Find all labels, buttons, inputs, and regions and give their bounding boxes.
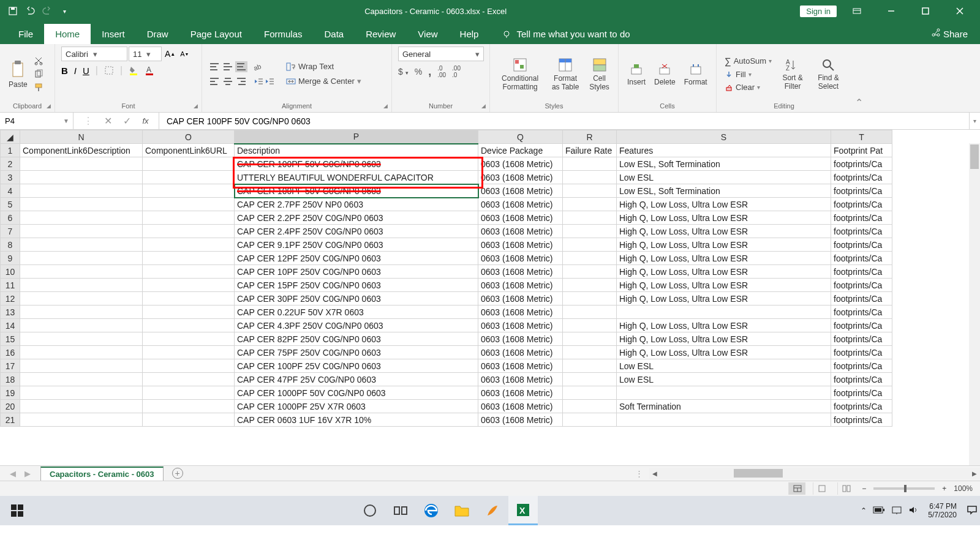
delete-cells-button[interactable]: Delete	[652, 61, 678, 88]
cell[interactable]: 0603 (1608 Metric)	[478, 319, 563, 332]
tab-help[interactable]: Help	[449, 24, 490, 44]
row-header[interactable]: 12	[1, 292, 20, 305]
cell[interactable]	[20, 359, 143, 373]
cancel-formula-icon[interactable]: ✕	[104, 115, 112, 127]
file-explorer-icon[interactable]	[447, 496, 477, 525]
cell[interactable]: footprints/Ca	[831, 373, 892, 386]
save-icon[interactable]	[7, 6, 18, 17]
fill-button[interactable]: Fill ▾	[723, 69, 774, 80]
autosum-button[interactable]: ∑AutoSum ▾	[723, 55, 774, 67]
cell[interactable]	[143, 171, 235, 184]
cell[interactable]: 0603 (1608 Metric)	[478, 305, 563, 319]
cell[interactable]	[563, 292, 617, 305]
cell[interactable]: CAP CER 30PF 250V C0G/NP0 0603	[235, 292, 478, 305]
cell[interactable]: CAP CER 100PF 50V C0G/NP0 0603	[235, 184, 478, 198]
find-select-button[interactable]: Find & Select	[812, 56, 845, 91]
system-clock[interactable]: 6:47 PM 5/7/2020	[924, 502, 960, 520]
cell[interactable]: CAP CER 0.22UF 50V X7R 0603	[235, 305, 478, 319]
cell[interactable]	[20, 184, 143, 198]
cell[interactable]	[143, 305, 235, 319]
tab-formulas[interactable]: Formulas	[253, 24, 314, 44]
zoom-out-button[interactable]: −	[862, 484, 866, 493]
copy-icon[interactable]	[34, 69, 43, 79]
close-icon[interactable]	[946, 0, 974, 22]
increase-indent-icon[interactable]	[265, 77, 274, 86]
cell[interactable]	[20, 171, 143, 184]
formula-input[interactable]: CAP CER 100PF 50V C0G/NP0 0603	[159, 113, 969, 129]
cell[interactable]: 0603 (1608 Metric)	[478, 292, 563, 305]
vertical-scrollbar[interactable]	[969, 143, 980, 465]
cell[interactable]: Low ESL, Soft Termination	[617, 157, 831, 171]
cell[interactable]: CAP CER 2.4PF 250V C0G/NP0 0603	[235, 225, 478, 238]
row-header[interactable]: 11	[1, 279, 20, 292]
font-color-icon[interactable]: A	[145, 66, 154, 75]
format-painter-icon[interactable]	[34, 83, 43, 92]
cell[interactable]: footprints/Ca	[831, 413, 892, 427]
cell[interactable]: footprints/Ca	[831, 319, 892, 332]
zoom-in-button[interactable]: +	[942, 484, 946, 493]
cell[interactable]: footprints/Ca	[831, 211, 892, 225]
cell[interactable]: ComponentLink6URL	[143, 144, 235, 157]
share-button[interactable]: Share	[919, 23, 980, 44]
cell[interactable]: 0603 (1608 Metric)	[478, 211, 563, 225]
row-header[interactable]: 17	[1, 359, 20, 373]
cell[interactable]	[20, 346, 143, 359]
page-break-view-icon[interactable]	[837, 482, 854, 495]
row-header[interactable]: 20	[1, 400, 20, 413]
cell[interactable]: CAP CER 100PF 50V C0G/NP0 0603	[235, 157, 478, 171]
paste-button[interactable]: Paste	[6, 58, 30, 90]
shrink-font-icon[interactable]: A▼	[178, 50, 190, 58]
cell[interactable]: High Q, Low Loss, Ultra Low ESR	[617, 346, 831, 359]
cell[interactable]: Footprint Pat	[831, 144, 892, 157]
insert-cells-button[interactable]: Insert	[625, 61, 648, 88]
cell[interactable]	[20, 400, 143, 413]
col-header-R[interactable]: R	[563, 130, 617, 144]
cell[interactable]	[143, 211, 235, 225]
cell[interactable]: High Q, Low Loss, Ultra Low ESR	[617, 225, 831, 238]
cell[interactable]: footprints/Ca	[831, 292, 892, 305]
merge-center-button[interactable]: Merge & Center ▾	[284, 76, 363, 87]
cell[interactable]	[20, 265, 143, 279]
cell[interactable]	[617, 305, 831, 319]
cell[interactable]	[143, 319, 235, 332]
tab-home[interactable]: Home	[44, 24, 91, 44]
cell[interactable]	[20, 373, 143, 386]
cell[interactable]: CAP CER 0603 1UF 16V X7R 10%	[235, 413, 478, 427]
cell[interactable]: footprints/Ca	[831, 252, 892, 265]
cell[interactable]	[563, 373, 617, 386]
name-box[interactable]: P4▼	[0, 113, 74, 129]
cell[interactable]: High Q, Low Loss, Ultra Low ESR	[617, 211, 831, 225]
cell[interactable]: High Q, Low Loss, Ultra Low ESR	[617, 238, 831, 252]
cell[interactable]: Low ESL	[617, 359, 831, 373]
cell[interactable]: CAP CER 12PF 250V C0G/NP0 0603	[235, 252, 478, 265]
align-left-icon[interactable]	[208, 76, 221, 87]
expand-formula-bar-icon[interactable]: ▾	[969, 113, 980, 129]
insert-function-icon[interactable]: fx	[142, 116, 148, 126]
cell[interactable]	[563, 211, 617, 225]
collapse-ribbon-icon[interactable]: ⌃	[851, 44, 866, 112]
cell[interactable]: 0603 (1608 Metric)	[478, 252, 563, 265]
grow-font-icon[interactable]: A▲	[163, 49, 177, 59]
sheet-nav-next-icon[interactable]: ▶	[24, 469, 31, 478]
battery-icon[interactable]	[873, 506, 885, 515]
sheet-tab-active[interactable]: Capacitors - Ceramic - 0603	[40, 467, 164, 481]
cell[interactable]	[617, 413, 831, 427]
normal-view-icon[interactable]	[788, 482, 805, 495]
cell[interactable]: CAP CER 2.2PF 250V C0G/NP0 0603	[235, 211, 478, 225]
tab-view[interactable]: View	[407, 24, 448, 44]
font-name-select[interactable]: Calibri▾	[61, 47, 127, 61]
tab-review[interactable]: Review	[355, 24, 407, 44]
cell[interactable]: 0603 (1608 Metric)	[478, 400, 563, 413]
cell[interactable]: footprints/Ca	[831, 305, 892, 319]
borders-icon[interactable]	[104, 66, 114, 75]
cell[interactable]	[563, 359, 617, 373]
cell[interactable]	[563, 279, 617, 292]
cell[interactable]: 0603 (1608 Metric)	[478, 238, 563, 252]
cell[interactable]	[20, 319, 143, 332]
cell[interactable]	[563, 305, 617, 319]
cell[interactable]: ComponentLink6Description	[20, 144, 143, 157]
cell[interactable]	[563, 171, 617, 184]
tab-insert[interactable]: Insert	[91, 24, 136, 44]
cell[interactable]	[563, 252, 617, 265]
row-header[interactable]: 18	[1, 373, 20, 386]
